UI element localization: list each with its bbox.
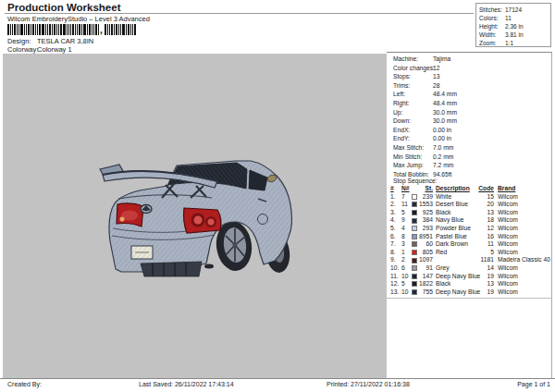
machine-label: Right: xyxy=(393,100,433,107)
machine-label: Down: xyxy=(393,117,433,125)
table-row: 9.210971181Madeira Classic 40 xyxy=(387,256,551,264)
stat-value: 2.36 in xyxy=(505,23,524,30)
machine-value: 0.2 mm xyxy=(433,153,453,160)
thread-swatch xyxy=(412,210,417,215)
machine-value: 30.0 mm xyxy=(433,117,457,124)
machine-value: 0.00 in xyxy=(433,135,451,141)
title-divider xyxy=(5,13,474,14)
stat-value: 3.81 in xyxy=(505,31,524,38)
stop-sequence-label: Stop Sequence: xyxy=(393,178,438,184)
stat-value: 11 xyxy=(505,15,512,21)
last-saved-text: Last Saved: 26/11/2022 17:43:14 xyxy=(139,381,234,387)
machine-label: Max Stitch: xyxy=(393,144,433,152)
table-bottom-divider xyxy=(387,298,552,299)
table-row: 3.5925Black13Wilcom xyxy=(387,209,551,217)
stop-sequence-header: # N# St. Description Code Brand xyxy=(387,185,551,193)
design-row: Design: TESLA CAR 3,8IN xyxy=(7,37,93,45)
page-title: Production Worksheet xyxy=(7,2,120,13)
design-value: TESLA CAR 3,8IN xyxy=(37,37,93,45)
machine-value: 48.4 mm xyxy=(433,100,457,106)
design-barcode-icon: , xyxy=(7,24,137,36)
thread-swatch xyxy=(412,250,417,255)
stat-label: Width: xyxy=(479,31,505,39)
created-by-label: Created By: xyxy=(7,381,42,387)
col-description: Description xyxy=(436,185,470,193)
machine-label: Left: xyxy=(393,91,433,98)
thread-swatch xyxy=(412,218,417,224)
page-number: Page 1 of 1 xyxy=(517,381,550,387)
stat-value: 1:1 xyxy=(505,40,513,46)
table-row: 13.10755Deep Navy Blue19Wilcom xyxy=(387,288,551,297)
machine-label: Machine: xyxy=(393,55,433,63)
stat-label: Height: xyxy=(479,22,505,31)
exhaust-tip xyxy=(204,264,214,269)
thread-swatch xyxy=(412,241,417,247)
table-row: 11.10147Deep Navy Blue19Wilcom xyxy=(387,273,551,281)
production-worksheet-page: Production Worksheet Wilcom EmbroiderySt… xyxy=(0,0,555,392)
design-stats-box: Stitches:17124 Colors:11 Height:2.36 in … xyxy=(475,3,551,47)
machine-value: 13 xyxy=(433,73,439,80)
machine-label: Max Jump: xyxy=(393,162,433,169)
machine-value: 30.0 mm xyxy=(433,109,457,116)
table-row: 12.51822Black13Wilcom xyxy=(387,280,551,288)
col-st: St. xyxy=(418,185,433,193)
machine-value: 7.0 mm xyxy=(433,144,453,151)
col-brand: Brand xyxy=(498,185,515,193)
machine-label: Color changes: xyxy=(393,65,433,72)
table-row: 1.7239White15Wilcom xyxy=(387,193,551,202)
stop-sequence-table: # N# St. Description Code Brand 1.7239Wh… xyxy=(387,185,551,296)
machine-value: 0.00 in xyxy=(433,127,451,133)
machine-value: 28 xyxy=(433,82,439,89)
machine-label: Min Stitch: xyxy=(393,153,433,161)
machine-label: EndY: xyxy=(393,135,433,142)
thread-swatch xyxy=(412,234,417,239)
colorway-row: Colorway: Colorway 1 xyxy=(7,45,72,54)
thread-swatch xyxy=(412,258,417,263)
table-row: 6.88951Pastel Blue16Wilcom xyxy=(387,233,551,241)
col-num: # xyxy=(390,185,394,193)
thread-swatch xyxy=(412,194,417,200)
machine-label: Up: xyxy=(393,109,433,116)
stat-label: Colors: xyxy=(479,14,505,22)
col-needle: N# xyxy=(401,185,410,193)
col-code: Code xyxy=(475,185,494,193)
thread-swatch xyxy=(412,281,417,287)
design-label: Design: xyxy=(7,37,35,45)
thread-swatch xyxy=(412,226,417,231)
machine-value: 12 xyxy=(433,65,439,71)
table-row: 10.691Grey14Wilcom xyxy=(387,264,551,273)
stat-value: 17124 xyxy=(505,6,522,13)
stat-label: Zoom: xyxy=(479,39,505,47)
footer-divider xyxy=(0,378,555,379)
machine-label: Stops: xyxy=(393,73,433,80)
car-embroidery-design xyxy=(88,138,319,286)
machine-value: 48.4 mm xyxy=(433,91,457,97)
table-row: 7.360Dark Brown11Wilcom xyxy=(387,240,551,249)
stat-label: Stitches: xyxy=(479,6,505,14)
table-row: 2.111553Desert Blue20Wilcom xyxy=(387,201,551,209)
thread-swatch xyxy=(412,202,417,207)
thread-swatch xyxy=(412,265,417,271)
printed-text: Printed: 27/11/2022 01:16:38 xyxy=(327,381,410,387)
machine-label: Trims: xyxy=(393,82,433,90)
machine-label: EndX: xyxy=(393,127,433,134)
table-row: 5.4293Powder Blue12Wilcom xyxy=(387,225,551,233)
machine-value: 94.65ft xyxy=(433,171,451,178)
machine-value: 7.2 mm xyxy=(433,162,453,168)
thread-swatch xyxy=(412,289,417,295)
machine-value: Tajima xyxy=(433,55,450,62)
table-row: 4.9384Navy Blue18Wilcom xyxy=(387,216,551,225)
colorway-value: Colorway 1 xyxy=(37,45,72,54)
table-row: 8.1805Red5Wilcom xyxy=(387,249,551,257)
colorway-label: Colorway: xyxy=(7,45,35,54)
design-canvas xyxy=(3,54,387,378)
software-subtitle: Wilcom EmbroideryStudio – Level 3 Advanc… xyxy=(7,15,150,23)
machine-info-panel: Machine:Tajima Color changes:12 Stops:13… xyxy=(387,52,552,378)
thread-swatch xyxy=(412,274,417,279)
